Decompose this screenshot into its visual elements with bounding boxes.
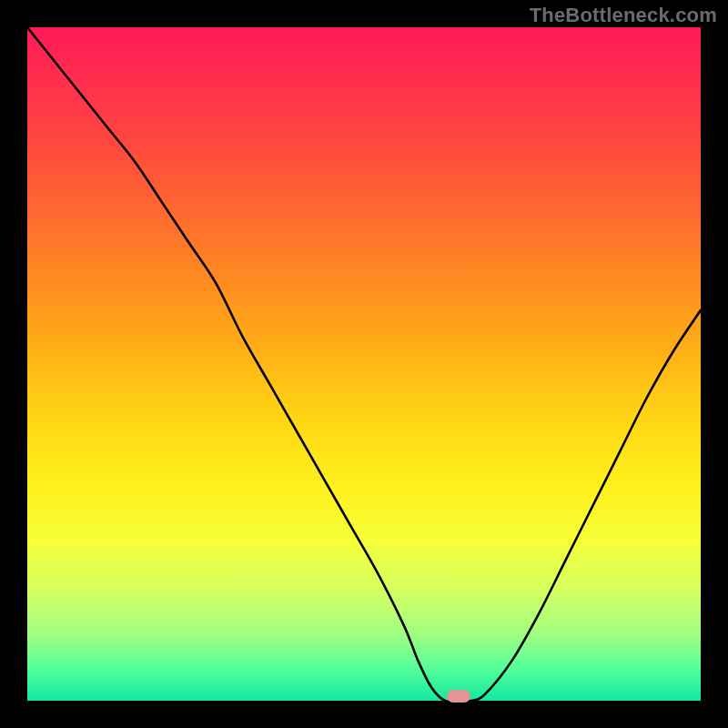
watermark-text: TheBottleneck.com	[530, 4, 717, 27]
bottleneck-curve	[27, 27, 701, 701]
plot-area	[27, 27, 701, 701]
chart-frame: TheBottleneck.com	[0, 0, 728, 728]
optimal-point-marker	[447, 690, 470, 703]
